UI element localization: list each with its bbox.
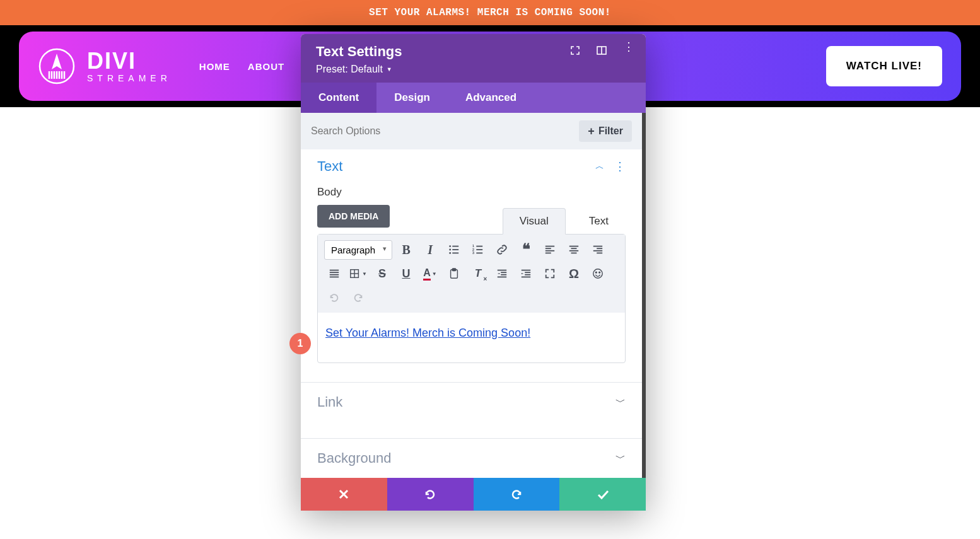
align-center-icon[interactable] bbox=[564, 240, 584, 260]
emoji-icon[interactable] bbox=[588, 264, 608, 284]
tab-content[interactable]: Content bbox=[301, 83, 376, 113]
svg-rect-43 bbox=[498, 270, 506, 271]
link-icon[interactable] bbox=[492, 240, 512, 260]
svg-text:3: 3 bbox=[472, 251, 474, 255]
watch-live-button[interactable]: WATCH LIVE! bbox=[826, 46, 942, 86]
editor-toolbar-wrap: Paragraph B I 123 ❝ ▼ S U A▼ bbox=[317, 234, 626, 363]
redo-button[interactable] bbox=[474, 478, 560, 511]
svg-rect-49 bbox=[525, 274, 530, 275]
editor-text-link[interactable]: Set Your Alarms! Merch is Coming Soon! bbox=[325, 327, 530, 339]
modal-tabs: Content Design Advanced bbox=[301, 83, 646, 113]
align-right-icon[interactable] bbox=[588, 240, 608, 260]
bold-icon[interactable]: B bbox=[396, 240, 416, 260]
modal-header: Text Settings Preset: Default▼ ⋮ bbox=[301, 34, 646, 83]
omega-icon[interactable]: Ω bbox=[564, 264, 584, 284]
annotation-1: 1 bbox=[289, 333, 311, 354]
logo-text: DIVI STREAMER bbox=[87, 50, 172, 83]
confirm-button[interactable] bbox=[559, 478, 646, 511]
justify-icon[interactable] bbox=[324, 264, 344, 284]
section-menu-icon[interactable]: ⋮ bbox=[614, 159, 626, 173]
redo-icon bbox=[348, 287, 368, 308]
paragraph-select[interactable]: Paragraph bbox=[324, 240, 392, 260]
body-label: Body bbox=[317, 186, 626, 199]
svg-rect-47 bbox=[522, 270, 530, 271]
numbered-list-icon[interactable]: 123 bbox=[468, 240, 488, 260]
logo-main: DIVI bbox=[87, 50, 172, 72]
svg-rect-29 bbox=[571, 253, 577, 254]
svg-rect-13 bbox=[452, 249, 458, 250]
tab-design[interactable]: Design bbox=[376, 83, 448, 113]
svg-point-10 bbox=[449, 245, 451, 247]
chevron-down-icon[interactable]: ﹀ bbox=[615, 396, 626, 409]
preset-selector[interactable]: Preset: Default▼ bbox=[316, 64, 631, 75]
svg-rect-24 bbox=[545, 250, 554, 252]
bullet-list-icon[interactable] bbox=[444, 240, 464, 260]
quote-icon[interactable]: ❝ bbox=[516, 240, 536, 260]
svg-rect-34 bbox=[330, 270, 339, 271]
svg-point-12 bbox=[449, 249, 451, 251]
more-menu-icon[interactable]: ⋮ bbox=[623, 45, 633, 55]
add-media-button[interactable]: ADD MEDIA bbox=[317, 205, 390, 228]
svg-rect-32 bbox=[593, 250, 602, 252]
search-row: +Filter bbox=[301, 113, 642, 149]
svg-rect-27 bbox=[571, 248, 577, 249]
undo-icon bbox=[324, 287, 344, 308]
collapse-icon[interactable]: ︿ bbox=[595, 161, 604, 172]
italic-icon[interactable]: I bbox=[420, 240, 440, 260]
columns-icon[interactable] bbox=[597, 45, 607, 55]
modal-footer bbox=[301, 478, 646, 511]
nav-about[interactable]: ABOUT bbox=[248, 61, 284, 72]
outdent-icon[interactable] bbox=[492, 264, 512, 284]
section-text-title[interactable]: Text bbox=[317, 158, 342, 175]
plus-icon: + bbox=[588, 125, 595, 137]
section-link-title: Link bbox=[317, 394, 342, 410]
svg-rect-46 bbox=[498, 277, 506, 278]
svg-point-52 bbox=[595, 272, 597, 273]
logo-sub: STREAMER bbox=[87, 74, 172, 83]
svg-rect-30 bbox=[593, 246, 602, 247]
clear-format-icon[interactable]: T× bbox=[468, 264, 488, 284]
svg-rect-36 bbox=[330, 274, 339, 275]
svg-rect-35 bbox=[330, 272, 339, 273]
svg-rect-45 bbox=[501, 274, 506, 275]
expand-icon[interactable] bbox=[570, 45, 580, 55]
chevron-down-icon[interactable]: ﹀ bbox=[615, 452, 626, 465]
svg-rect-31 bbox=[597, 248, 602, 249]
svg-rect-44 bbox=[501, 272, 506, 273]
search-input[interactable] bbox=[311, 125, 573, 137]
underline-icon[interactable]: U bbox=[396, 264, 416, 284]
tab-advanced[interactable]: Advanced bbox=[448, 83, 534, 113]
editor-tab-text[interactable]: Text bbox=[572, 208, 626, 235]
nav-home[interactable]: HOME bbox=[199, 61, 230, 72]
strikethrough-icon[interactable]: S bbox=[372, 264, 392, 284]
undo-button[interactable] bbox=[387, 478, 474, 511]
table-icon[interactable]: ▼ bbox=[348, 264, 368, 284]
logo[interactable]: DIVI STREAMER bbox=[38, 47, 172, 85]
svg-rect-26 bbox=[569, 246, 578, 247]
announcement-bar: SET YOUR ALARMS! MERCH IS COMING SOON! bbox=[0, 0, 980, 25]
editor-toolbar: Paragraph B I 123 ❝ ▼ S U A▼ bbox=[318, 235, 625, 313]
modal-title: Text Settings bbox=[316, 43, 402, 60]
fullscreen-icon[interactable] bbox=[540, 264, 560, 284]
svg-rect-17 bbox=[476, 246, 482, 247]
indent-icon[interactable] bbox=[516, 264, 536, 284]
svg-rect-28 bbox=[569, 250, 578, 252]
svg-rect-23 bbox=[545, 248, 551, 249]
chevron-down-icon: ▼ bbox=[387, 66, 392, 72]
filter-button[interactable]: +Filter bbox=[579, 120, 632, 142]
svg-rect-21 bbox=[476, 253, 482, 254]
rocket-logo-icon bbox=[38, 47, 76, 85]
editor-tab-visual[interactable]: Visual bbox=[503, 208, 566, 235]
svg-rect-19 bbox=[476, 249, 482, 250]
svg-rect-25 bbox=[545, 253, 551, 254]
svg-point-53 bbox=[599, 272, 600, 273]
paste-icon[interactable] bbox=[444, 264, 464, 284]
align-left-icon[interactable] bbox=[540, 240, 560, 260]
editor-content-area[interactable]: Set Your Alarms! Merch is Coming Soon! bbox=[318, 313, 625, 362]
text-color-icon[interactable]: A▼ bbox=[420, 264, 440, 284]
modal-body: +Filter Text ︿ ⋮ Body ADD MEDIA Visual T… bbox=[301, 113, 646, 478]
cancel-button[interactable] bbox=[301, 478, 387, 511]
section-background[interactable]: Background ﹀ bbox=[301, 439, 642, 478]
text-settings-modal: Text Settings Preset: Default▼ ⋮ Content… bbox=[301, 34, 646, 511]
section-link[interactable]: Link ﹀ bbox=[301, 383, 642, 422]
